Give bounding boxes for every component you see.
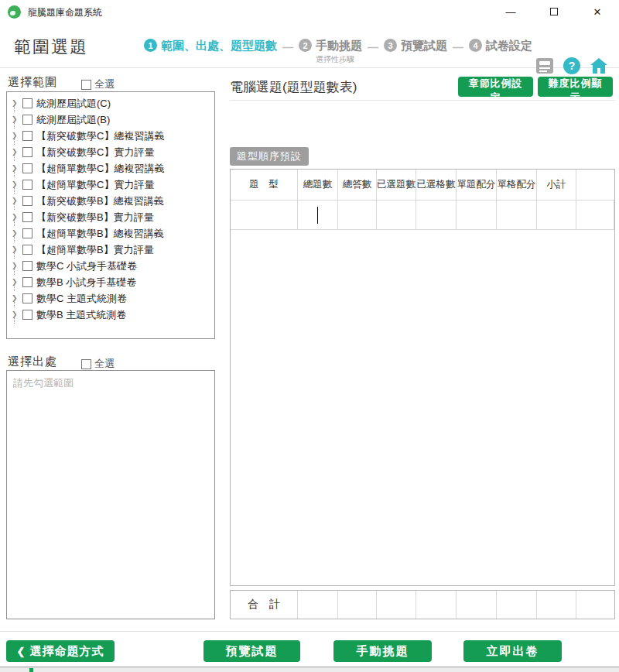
step-3-label: 預覽試題: [401, 39, 447, 53]
item-checkbox[interactable]: [22, 115, 32, 125]
tree-item[interactable]: ❯【新突破數學B】實力評量: [7, 209, 214, 225]
step-1-label: 範圍、出處、題型題數: [161, 39, 277, 53]
item-checkbox[interactable]: [22, 196, 32, 206]
cell-type[interactable]: [231, 201, 298, 229]
item-checkbox[interactable]: [22, 310, 32, 320]
source-select-all-checkbox[interactable]: [81, 359, 91, 369]
generate-paper-button[interactable]: 立即出卷: [463, 640, 562, 662]
item-checkbox[interactable]: [22, 131, 32, 141]
step-separator: —: [453, 41, 463, 53]
tree-item[interactable]: ❯【新突破數學B】總複習講義: [7, 193, 214, 209]
chevron-right-icon[interactable]: ❯: [12, 149, 21, 156]
chevron-right-icon[interactable]: ❯: [12, 279, 21, 286]
step-4-circle: 4: [469, 39, 482, 52]
tree-item-label: 數學B 主題式統測卷: [36, 308, 126, 322]
source-select-all-label: 全選: [94, 357, 115, 371]
chevron-right-icon[interactable]: ❯: [12, 262, 21, 269]
step-indicator: 1 範圍、出處、題型題數 — 2 手動挑題 選擇性步驟 — 3 預覽試題 — 4…: [144, 33, 532, 65]
step-1-range: 1 範圍、出處、題型題數: [144, 39, 277, 53]
cell-selected-cells[interactable]: [416, 201, 457, 229]
item-checkbox[interactable]: [22, 163, 32, 173]
window-titlebar: 龍騰題庫命題系統 — ✕: [0, 0, 619, 23]
total-points-per-cell: [497, 591, 537, 619]
range-select-all[interactable]: 全選: [81, 77, 115, 91]
col-header-selected-questions: 已選題數: [377, 170, 416, 200]
tree-item-label: 【新突破數學C】實力評量: [36, 146, 154, 159]
cell-points-per-question[interactable]: [457, 201, 497, 229]
chevron-right-icon[interactable]: ❯: [12, 132, 21, 139]
range-select-all-checkbox[interactable]: [81, 80, 91, 90]
chevron-right-icon[interactable]: ❯: [12, 181, 21, 188]
step-4-label: 試卷設定: [486, 39, 532, 53]
tree-item-label: 數學C 主題式統測卷: [36, 292, 127, 306]
tree-item[interactable]: ❯數學B 主題式統測卷: [7, 307, 214, 323]
tree-item-label: 【超簡單數學B】實力評量: [36, 243, 154, 257]
chevron-right-icon[interactable]: ❯: [12, 246, 21, 253]
cell-subtotal[interactable]: [537, 201, 576, 229]
tree-item-label: 數學C 小試身手基礎卷: [36, 259, 137, 273]
chevron-right-icon[interactable]: ❯: [12, 116, 21, 123]
chevron-right-icon[interactable]: ❯: [12, 214, 21, 221]
cell-points-per-cell[interactable]: [497, 201, 537, 229]
back-to-selection-mode-button[interactable]: ❮ 選擇命題方式: [6, 640, 115, 662]
tree-item[interactable]: ❯【超簡單數學B】總複習講義: [7, 225, 214, 242]
table-empty-row[interactable]: [231, 201, 614, 230]
item-checkbox[interactable]: [22, 228, 32, 238]
col-header-total-questions: 總題數: [298, 170, 338, 200]
difficulty-ratio-button[interactable]: 難度比例顯示: [538, 77, 613, 97]
tree-item[interactable]: ❯數學B 小試身手基礎卷: [7, 274, 214, 290]
tree-item[interactable]: ❯統測歷屆試題(B): [7, 111, 214, 128]
range-section-title: 選擇範圍: [8, 75, 57, 90]
tree-item[interactable]: ❯【新突破數學C】總複習講義: [7, 128, 214, 144]
chevron-right-icon[interactable]: ❯: [12, 295, 21, 302]
cell-selected-questions[interactable]: [377, 201, 416, 229]
item-checkbox[interactable]: [22, 245, 32, 255]
item-checkbox[interactable]: [22, 147, 32, 157]
app-title: 龍騰題庫命題系統: [28, 6, 102, 19]
footer-divider: [0, 631, 619, 632]
maximize-button[interactable]: [532, 0, 576, 23]
tree-item-label: 【新突破數學B】總複習講義: [36, 194, 164, 208]
tree-item[interactable]: ❯【超簡單數學C】實力評量: [7, 177, 214, 193]
chevron-right-icon[interactable]: ❯: [12, 165, 21, 172]
cell-blank[interactable]: [576, 201, 614, 229]
item-checkbox[interactable]: [22, 293, 32, 303]
item-checkbox[interactable]: [22, 277, 32, 287]
tree-item[interactable]: ❯【超簡單數學B】實力評量: [7, 242, 214, 258]
tree-item[interactable]: ❯【超簡單數學C】總複習講義: [7, 160, 214, 177]
close-button[interactable]: ✕: [576, 0, 619, 23]
window-bottom-edge: [0, 667, 619, 672]
manual-pick-button[interactable]: 手動挑題: [333, 640, 432, 662]
chevron-right-icon[interactable]: ❯: [12, 197, 21, 204]
page-title: 範圍選題: [14, 36, 88, 59]
item-checkbox[interactable]: [22, 261, 32, 271]
app-logo-icon: [8, 5, 21, 19]
source-select-all[interactable]: 全選: [81, 357, 115, 371]
preview-questions-button[interactable]: 預覽試題: [203, 640, 300, 662]
tree-item[interactable]: ❯統測歷屆試題(C): [7, 95, 214, 111]
tree-item[interactable]: ❯數學C 主題式統測卷: [7, 290, 214, 307]
chapter-ratio-button[interactable]: 章節比例設定: [458, 77, 533, 97]
item-checkbox[interactable]: [22, 98, 32, 108]
tree-item[interactable]: ❯【新突破數學C】實力評量: [7, 144, 214, 160]
minimize-button[interactable]: —: [489, 0, 532, 23]
save-icon[interactable]: [535, 57, 554, 74]
back-button-label: 選擇命題方式: [29, 644, 104, 659]
source-list: 請先勾選範圍: [6, 370, 215, 619]
tree-item[interactable]: ❯數學C 小試身手基礎卷: [7, 258, 214, 274]
col-header-points-per-question: 單題配分: [457, 170, 497, 200]
total-blank: [576, 591, 614, 619]
chevron-right-icon[interactable]: ❯: [12, 311, 21, 318]
item-checkbox[interactable]: [22, 212, 32, 222]
chevron-right-icon[interactable]: ❯: [12, 230, 21, 237]
chevron-right-icon[interactable]: ❯: [12, 100, 21, 107]
home-icon[interactable]: [590, 57, 608, 74]
item-checkbox[interactable]: [22, 180, 32, 190]
total-subtotal: [537, 591, 576, 619]
cell-total-questions[interactable]: [298, 201, 338, 229]
help-icon[interactable]: ?: [563, 57, 580, 74]
question-type-table: 題 型 總題數 總答數 已選題數 已選格數 單題配分 單格配分 小計: [230, 169, 615, 586]
cell-total-answers[interactable]: [338, 201, 377, 229]
step-2-manual-pick: 2 手動挑題 選擇性步驟: [299, 39, 362, 65]
computer-selection-title: 電腦選題(題型題數表): [230, 78, 357, 96]
